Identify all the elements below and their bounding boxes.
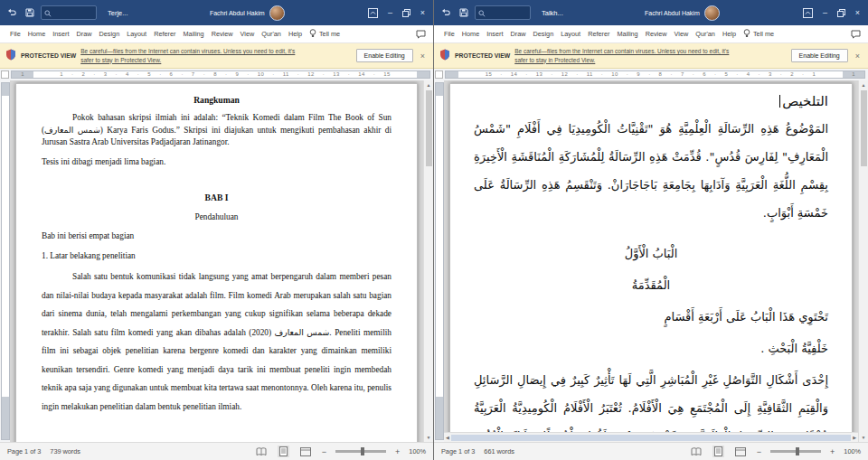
paragraph: تَحْتَوِي هَذَا الْبَابُ عَلَى أَرْبَعَة… bbox=[474, 303, 828, 331]
tab-quran[interactable]: Qur'an bbox=[258, 30, 285, 38]
ribbon-display-options-icon[interactable] bbox=[801, 6, 815, 20]
comments-icon[interactable] bbox=[847, 30, 864, 39]
search-input[interactable] bbox=[475, 5, 531, 20]
minimize-icon[interactable]: – bbox=[384, 6, 396, 20]
doc-heading: Rangkuman bbox=[42, 95, 392, 105]
tab-design[interactable]: Design bbox=[96, 30, 124, 38]
user-name: Fachri Abdul Hakim bbox=[645, 10, 700, 16]
tab-references[interactable]: Referer bbox=[150, 30, 179, 38]
document-title: Terje... bbox=[108, 9, 128, 17]
tab-references[interactable]: Referer bbox=[584, 30, 613, 38]
tab-insert[interactable]: Insert bbox=[49, 30, 72, 38]
zoom-out-button[interactable]: − bbox=[322, 447, 326, 456]
scroll-down-icon[interactable]: ▼ bbox=[427, 435, 431, 440]
tell-me[interactable]: Tell me bbox=[740, 29, 778, 40]
undo-icon[interactable] bbox=[439, 6, 452, 20]
avatar[interactable] bbox=[269, 5, 285, 21]
lightbulb-icon bbox=[743, 29, 750, 40]
scrollbar-thumb[interactable] bbox=[426, 90, 432, 166]
minimize-icon[interactable]: – bbox=[819, 6, 831, 20]
document-page[interactable]: Rangkuman Pokok bahasan skripsi ilmiah i… bbox=[15, 83, 418, 442]
vertical-ruler[interactable] bbox=[434, 80, 444, 442]
tab-layout[interactable]: Layout bbox=[123, 30, 150, 38]
document-page[interactable]: التلخيص المَوْضُوعُ هَذِهِ الرِّسَالَةِ … bbox=[449, 83, 853, 442]
tab-view[interactable]: View bbox=[671, 30, 693, 38]
tab-mailings[interactable]: Mailing bbox=[180, 30, 208, 38]
paragraph: إِحْدَى أَشْكَالِ التَّوَاصُلِ غَيْرِ ال… bbox=[474, 366, 828, 442]
vertical-scrollbar[interactable]: ▲ ▼ bbox=[858, 80, 868, 442]
avatar[interactable] bbox=[704, 5, 720, 21]
shield-icon bbox=[439, 48, 450, 64]
enable-editing-button[interactable]: Enable Editing bbox=[356, 49, 413, 62]
page-indicator[interactable]: Page 1 of 3 bbox=[441, 447, 475, 455]
tab-home[interactable]: Home bbox=[24, 30, 49, 38]
protected-view-message: Be careful—files from the Internet can c… bbox=[514, 47, 730, 64]
protected-view-label: PROTECTED VIEW bbox=[21, 52, 76, 59]
close-icon[interactable]: × bbox=[417, 6, 429, 20]
vertical-scrollbar[interactable]: ▲ ▼ bbox=[423, 80, 433, 442]
zoom-slider-thumb[interactable] bbox=[796, 447, 799, 455]
close-icon[interactable]: × bbox=[853, 52, 863, 61]
tab-review[interactable]: Review bbox=[208, 30, 237, 38]
vertical-ruler[interactable] bbox=[0, 80, 10, 442]
zoom-slider-thumb[interactable] bbox=[361, 447, 364, 455]
close-icon[interactable]: × bbox=[852, 6, 863, 20]
tab-design[interactable]: Design bbox=[530, 30, 558, 38]
ribbon-display-options-icon[interactable] bbox=[366, 6, 380, 20]
restore-icon[interactable] bbox=[401, 6, 412, 20]
tab-stop-selector[interactable] bbox=[1, 70, 9, 79]
chapter-subheading: Pendahuluan bbox=[42, 211, 392, 224]
restore-icon[interactable] bbox=[835, 6, 847, 20]
scroll-up-icon[interactable]: ▲ bbox=[862, 82, 866, 88]
tab-file[interactable]: File bbox=[6, 30, 24, 38]
search-input[interactable] bbox=[41, 5, 97, 20]
tab-review[interactable]: Review bbox=[642, 30, 671, 38]
tab-insert[interactable]: Insert bbox=[483, 30, 506, 38]
page-indicator[interactable]: Page 1 of 3 bbox=[7, 447, 41, 455]
tab-home[interactable]: Home bbox=[458, 30, 483, 38]
tab-mailings[interactable]: Mailing bbox=[614, 30, 642, 38]
zoom-level[interactable]: 100% bbox=[409, 447, 426, 455]
save-icon[interactable] bbox=[23, 6, 36, 20]
tab-stop-selector[interactable] bbox=[435, 70, 443, 79]
tab-file[interactable]: File bbox=[440, 30, 458, 38]
undo-icon[interactable] bbox=[5, 6, 18, 20]
horizontal-ruler[interactable]: 1 1 · 2 · 3 · 4 · 5 · 6 · 7 · 8 · 9 · 10… bbox=[11, 70, 430, 79]
tell-me[interactable]: Tell me bbox=[306, 29, 344, 40]
word-count[interactable]: 661 words bbox=[484, 447, 514, 455]
tab-layout[interactable]: Layout bbox=[557, 30, 584, 38]
scrollbar-thumb[interactable] bbox=[451, 435, 851, 441]
scroll-up-icon[interactable]: ▲ bbox=[427, 82, 431, 88]
web-layout-icon[interactable] bbox=[733, 446, 748, 457]
scroll-left-icon[interactable]: ◀ bbox=[446, 435, 449, 440]
print-layout-icon[interactable] bbox=[712, 446, 724, 457]
horizontal-ruler[interactable]: 15 · 14 · 13 · 12 · 11 · 10 · 9 · 8 · 7 … bbox=[445, 70, 865, 79]
zoom-slider[interactable] bbox=[770, 450, 821, 453]
tab-quran[interactable]: Qur'an bbox=[692, 30, 719, 38]
tab-help[interactable]: Help bbox=[719, 30, 740, 38]
paragraph: Tesis ini dibagi menjadi lima bagian. bbox=[42, 156, 392, 169]
print-layout-icon[interactable] bbox=[278, 446, 289, 457]
zoom-out-button[interactable]: − bbox=[757, 447, 761, 456]
scrollbar-thumb[interactable] bbox=[861, 90, 867, 166]
read-mode-icon[interactable] bbox=[689, 446, 703, 457]
word-count[interactable]: 739 words bbox=[50, 447, 80, 455]
tab-help[interactable]: Help bbox=[285, 30, 306, 38]
tab-draw[interactable]: Draw bbox=[506, 30, 529, 38]
zoom-in-button[interactable]: + bbox=[395, 447, 400, 456]
zoom-level[interactable]: 100% bbox=[844, 447, 861, 455]
tab-draw[interactable]: Draw bbox=[72, 30, 95, 38]
scroll-right-icon[interactable]: ▶ bbox=[853, 435, 856, 440]
zoom-in-button[interactable]: + bbox=[830, 447, 835, 456]
scroll-down-icon[interactable]: ▼ bbox=[862, 435, 866, 440]
zoom-slider[interactable] bbox=[335, 450, 386, 453]
close-icon[interactable]: × bbox=[418, 52, 428, 61]
web-layout-icon[interactable] bbox=[298, 446, 313, 457]
title-bar: Terje... Fachri Abdul Hakim – × bbox=[0, 0, 433, 25]
save-icon[interactable] bbox=[457, 6, 470, 20]
horizontal-scrollbar[interactable]: ◀ ▶ bbox=[444, 432, 858, 442]
comments-icon[interactable] bbox=[412, 30, 429, 39]
read-mode-icon[interactable] bbox=[254, 446, 269, 457]
tab-view[interactable]: View bbox=[237, 30, 259, 38]
enable-editing-button[interactable]: Enable Editing bbox=[791, 49, 848, 62]
